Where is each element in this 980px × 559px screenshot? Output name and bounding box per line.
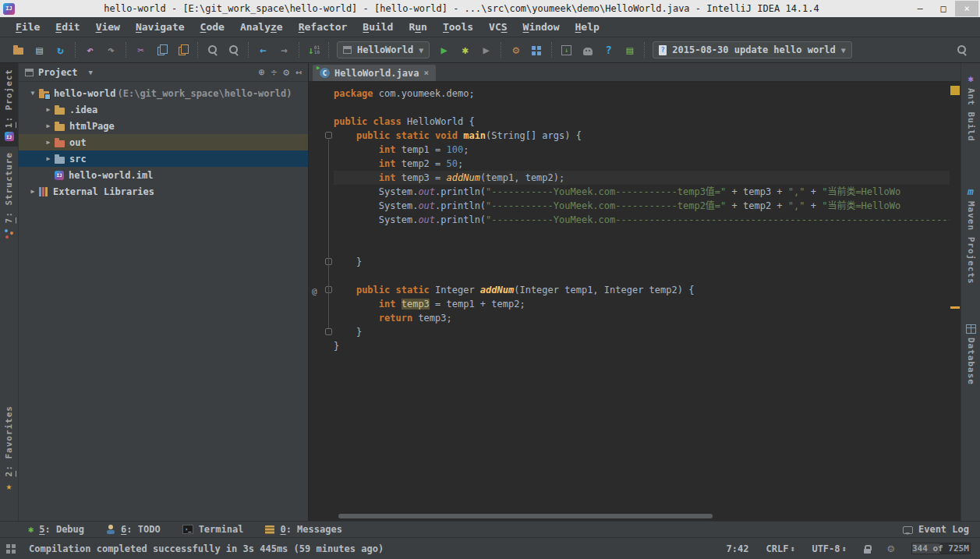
tool-button-label: 2: Favorites	[4, 405, 14, 476]
search-everywhere-icon[interactable]	[951, 41, 972, 59]
fold-marker[interactable]	[325, 132, 332, 139]
lock-icon[interactable]	[864, 549, 871, 554]
toolbar-separator	[248, 42, 249, 58]
event-log-button[interactable]: Event Log	[903, 524, 969, 535]
line-ending-widget[interactable]: CRLF↕	[766, 543, 794, 554]
redo-icon[interactable]: ↷	[101, 41, 122, 59]
menu-window[interactable]: Window	[515, 19, 568, 35]
synchronize-icon[interactable]: ↻	[50, 41, 71, 59]
tool-button-maven-projects[interactable]: mMaven Projects	[961, 180, 980, 290]
project-dropdown-caret[interactable]: ▼	[89, 69, 93, 76]
copy-icon[interactable]	[151, 41, 172, 59]
tree-item-external-libraries[interactable]: ▶External Libraries	[19, 183, 308, 200]
menu-refactor[interactable]: Refactor	[291, 19, 356, 35]
menu-file[interactable]: File	[8, 19, 48, 35]
maximize-button[interactable]: □	[932, 1, 955, 16]
inspection-status-square[interactable]	[950, 86, 960, 95]
minimize-button[interactable]: —	[908, 1, 932, 16]
tree-item-hello-world[interactable]: ▼hello-world (E:\git_work_space\hello-wo…	[19, 85, 308, 101]
sdk-manager-icon[interactable]: ↓	[556, 41, 577, 59]
cut-icon[interactable]: ✂	[130, 41, 151, 59]
save-all-icon[interactable]: ▤	[29, 41, 50, 59]
tree-item-src[interactable]: ▶src	[19, 150, 308, 167]
run-config-combo[interactable]: HelloWorld▼	[337, 41, 430, 58]
editor[interactable]: @ package com.youmeek.demo;public class …	[309, 82, 961, 521]
tree-item-out[interactable]: ▶out	[19, 134, 308, 150]
tree-item--idea[interactable]: ▶.idea	[19, 101, 308, 118]
error-stripe-mark[interactable]	[950, 306, 960, 309]
toolwindow-button-0-messages[interactable]: 0: Messages	[265, 524, 341, 535]
menu-vcs[interactable]: VCS	[481, 19, 515, 35]
collapsed-arrow-icon[interactable]: ▶	[42, 122, 55, 129]
gear-icon[interactable]: ⚙	[283, 66, 289, 78]
horizontal-scrollbar[interactable]	[338, 514, 713, 518]
forward-icon[interactable]: →	[274, 41, 295, 59]
open-icon[interactable]	[8, 41, 29, 59]
project-structure-icon[interactable]	[526, 41, 547, 59]
tool-button-7-structure[interactable]: 7: Structure	[0, 147, 18, 243]
project-panel-title[interactable]: Project	[38, 67, 78, 78]
menu-run[interactable]: Run	[401, 19, 434, 35]
debug-icon[interactable]: ✱	[455, 41, 476, 59]
tree-item-label: External Libraries	[53, 186, 154, 197]
tree-item-label: hello-world	[54, 88, 115, 99]
tab-helloworld-java[interactable]: CHelloWorld.java×	[313, 65, 436, 81]
toolbar-separator	[328, 42, 329, 58]
menu-build[interactable]: Build	[355, 19, 401, 35]
menu-navigate[interactable]: Navigate	[128, 19, 193, 35]
editor-tab-bar: CHelloWorld.java×	[309, 63, 961, 82]
menu-tools[interactable]: Tools	[435, 19, 481, 35]
code-area[interactable]: package com.youmeek.demo;public class He…	[334, 87, 950, 521]
locate-icon[interactable]: ⊕	[259, 66, 265, 78]
settings-icon[interactable]: ⚙	[505, 41, 526, 59]
update-project-icon[interactable]: ↓01 10	[303, 41, 324, 59]
menu-analyze[interactable]: Analyze	[232, 19, 291, 35]
memory-indicator[interactable]: 344 of 725M	[911, 543, 971, 554]
find-icon[interactable]	[202, 41, 223, 59]
code-line	[334, 101, 950, 115]
collapsed-arrow-icon[interactable]: ▶	[42, 155, 55, 162]
toolwindow-button-6-todo[interactable]: 6: TODO	[106, 524, 161, 535]
menu-view[interactable]: View	[88, 19, 128, 35]
paste-icon[interactable]	[172, 41, 193, 59]
tab-close-icon[interactable]: ×	[423, 68, 429, 78]
collapsed-arrow-icon[interactable]: ▶	[27, 188, 39, 195]
avd-manager-icon[interactable]	[577, 41, 598, 59]
toolbar-separator	[197, 42, 198, 58]
replace-icon[interactable]	[223, 41, 244, 59]
coverage-icon[interactable]: ▶	[476, 41, 497, 59]
folder-icon	[55, 157, 65, 164]
menu-code[interactable]: Code	[193, 19, 232, 35]
toolwindow-toggle-icon[interactable]	[6, 544, 10, 548]
caret-position-widget[interactable]: 7:42	[727, 543, 749, 554]
project-panel-header: Project ▼ ⊕÷⚙↤	[19, 63, 308, 82]
expanded-arrow-icon[interactable]: ▼	[27, 90, 39, 97]
encoding-widget[interactable]: UTF-8↕	[812, 543, 846, 554]
help-icon[interactable]: ?	[598, 41, 619, 59]
run-icon[interactable]: ▶	[433, 41, 455, 59]
hide-panel-icon[interactable]: ↤	[295, 66, 302, 78]
fold-marker[interactable]	[325, 328, 332, 335]
gutter-annotation-mark[interactable]: @	[312, 285, 317, 299]
event-log-label: Event Log	[918, 524, 969, 535]
code-line: public class HelloWorld {	[334, 115, 950, 129]
collapse-all-icon[interactable]: ÷	[271, 66, 278, 78]
changelist-combo[interactable]: ?2015-08-30 update hello world▼	[653, 41, 852, 58]
hector-inspector-icon[interactable]: ☺	[888, 543, 894, 555]
tool-button-1-project[interactable]: 1: ProjectIJ	[0, 63, 18, 147]
menu-edit[interactable]: Edit	[48, 19, 87, 35]
tool-button-ant-build[interactable]: ✱Ant Build	[961, 68, 980, 147]
menu-help[interactable]: Help	[568, 19, 607, 35]
tool-button-2-favorites[interactable]: 2: Favorites★	[0, 400, 18, 497]
tree-item-hello-world-iml[interactable]: IJhello-world.iml	[19, 167, 308, 183]
toolwindow-button-5-debug[interactable]: ✱5: Debug	[28, 524, 84, 535]
collapsed-arrow-icon[interactable]: ▶	[42, 106, 55, 113]
back-icon[interactable]: ←	[253, 41, 274, 59]
undo-icon[interactable]: ↶	[80, 41, 101, 59]
tree-item-htmlpage[interactable]: ▶htmlPage	[19, 118, 308, 134]
tool-button-database[interactable]: Database	[961, 319, 980, 391]
toolwindow-button-terminal[interactable]: ›_Terminal	[182, 524, 244, 535]
sync-upload-icon[interactable]: ▤	[619, 41, 640, 59]
collapsed-arrow-icon[interactable]: ▶	[42, 139, 55, 146]
close-button[interactable]: ×	[955, 1, 978, 16]
